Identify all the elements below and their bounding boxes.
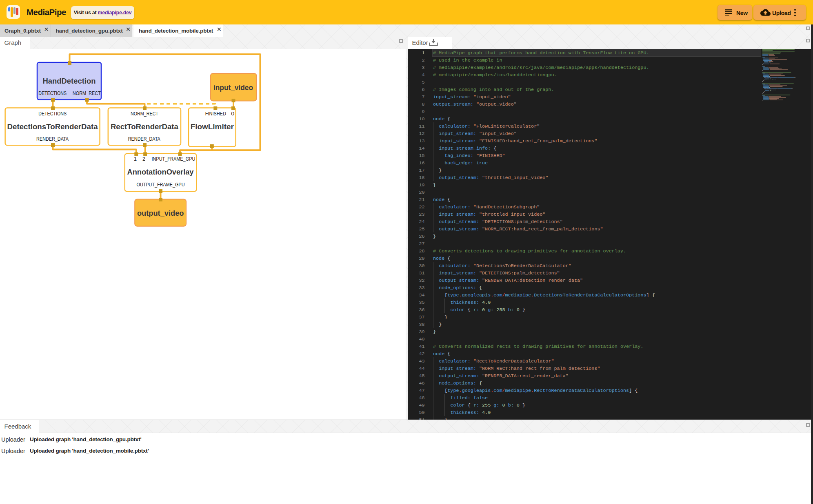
svg-text:OUTPUT_FRAME_GPU: OUTPUT_FRAME_GPU	[137, 181, 185, 188]
svg-text:output_video: output_video	[137, 209, 184, 217]
svg-text:RectToRenderData: RectToRenderData	[111, 122, 178, 131]
svg-text:NORM_RECT: NORM_RECT	[131, 111, 158, 117]
svg-text:DETECTIONS: DETECTIONS	[38, 111, 67, 117]
svg-text:FlowLimiter: FlowLimiter	[191, 122, 234, 131]
svg-text:FINISHED: FINISHED	[205, 111, 226, 117]
svg-text:DetectionsToRenderData: DetectionsToRenderData	[7, 122, 98, 131]
svg-text:RENDER_DATA: RENDER_DATA	[128, 136, 160, 142]
svg-text:HandDetection: HandDetection	[43, 77, 96, 85]
svg-text:1: 1	[134, 156, 137, 162]
svg-text:AnnotationOverlay: AnnotationOverlay	[127, 168, 194, 176]
svg-text:2: 2	[142, 156, 145, 162]
svg-text:RENDER_DATA: RENDER_DATA	[36, 136, 69, 142]
svg-text:DETECTIONS: DETECTIONS	[38, 90, 67, 96]
svg-text:input_video: input_video	[213, 83, 253, 92]
svg-text:NORM_RECT: NORM_RECT	[73, 90, 101, 96]
svg-text:0: 0	[231, 111, 234, 117]
svg-text:INPUT_FRAME_GPU: INPUT_FRAME_GPU	[151, 156, 195, 162]
